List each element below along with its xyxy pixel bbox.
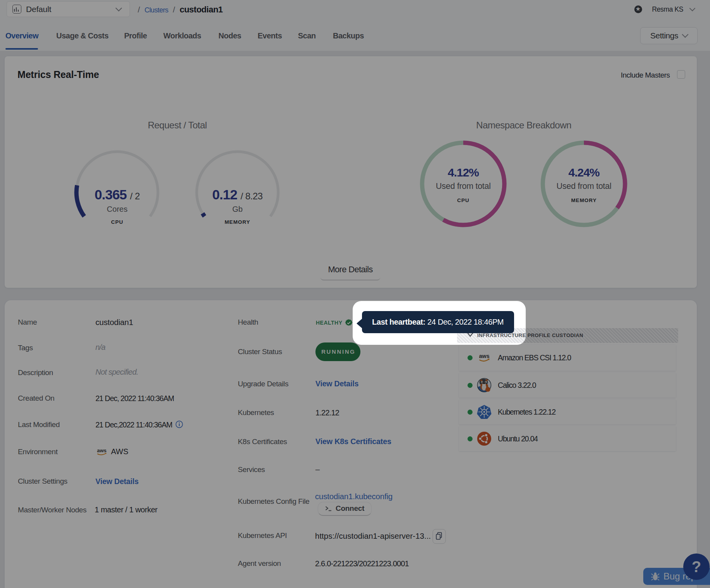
svg-text:aws: aws — [97, 448, 107, 453]
svg-text:aws: aws — [479, 353, 490, 359]
